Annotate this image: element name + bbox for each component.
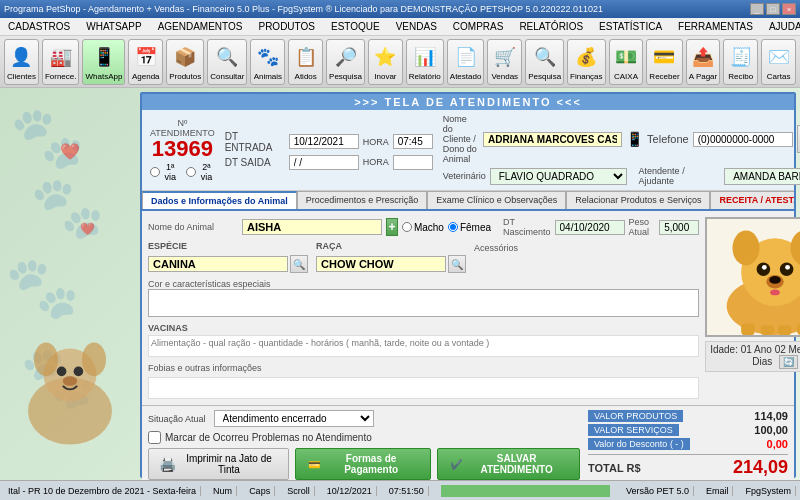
bottom-section: Situação Atual Atendimento encerrado Mar… [142,405,794,480]
valor-produtos-label: VALOR PRODUTOS [588,410,683,422]
total-label: TOTAL R$ [588,462,641,474]
breed-input[interactable] [316,256,446,272]
menu-produtos[interactable]: PRODUTOS [254,20,319,33]
svg-rect-20 [761,325,775,335]
menu-cadastros[interactable]: CADASTROS [4,20,74,33]
valor-desconto-label: Valor do Desconto ( - ) [588,438,690,450]
entrada-date-input[interactable] [289,134,359,149]
toolbar-relatorio[interactable]: 📊 Relatório [406,39,444,85]
inovar-icon: ⭐ [371,43,399,71]
agenda-icon: 📅 [132,43,160,71]
toolbar-clientes[interactable]: 👤 Clientes [4,39,39,85]
recibo-icon: 🧾 [727,43,755,71]
menu-agendamentos[interactable]: AGENDAMENTOS [154,20,247,33]
via-2-radio[interactable]: 2ª via [186,162,214,182]
problem-label: Marcar de Ocorreu Problemas no Atendimen… [165,432,372,443]
total-row: TOTAL R$ 214,09 [588,454,788,478]
vendas-icon: 🛒 [491,43,519,71]
menu-ajuda[interactable]: AJUDA [765,20,800,33]
print-jato-btn[interactable]: 🖨️ Imprimir na Jato de Tinta [148,448,289,480]
atidos-icon: 📋 [292,43,320,71]
tab-relacionar[interactable]: Relacionar Produtos e Serviços [566,191,710,209]
toolbar-agenda[interactable]: 📅 Agenda [128,39,163,85]
vaccines-label: VACINAS [148,323,699,333]
animal-add-btn[interactable]: + [386,218,398,236]
client-name-input[interactable] [483,132,622,147]
age-display: Idade: 01 Ano 02 Meses e 06 Dias 🔄 [705,341,800,372]
toolbar-fornece[interactable]: 🏭 Fornece. [42,39,80,85]
animal-form: Nome do Animal + Macho Fêmea DT Nascimen… [148,217,699,399]
menu-relatorios[interactable]: RELATÓRIOS [515,20,587,33]
via-1-radio[interactable]: 1ª via [150,162,178,182]
heart-decoration: ❤️ [60,142,80,161]
weight-input[interactable] [659,220,699,235]
dog-photo-section: Idade: 01 Ano 02 Meses e 06 Dias 🔄 [705,217,800,399]
menu-estoque[interactable]: ESTOQUE [327,20,384,33]
toolbar-consultar[interactable]: 🔍 Consultar [207,39,247,85]
macho-radio-label[interactable]: Macho [402,222,444,233]
char-label: Cor e características especiais [148,279,271,289]
saida-date-input[interactable] [289,155,359,170]
hora-saida-input[interactable] [393,155,433,170]
toolbar-pesquisa2[interactable]: 🔍 Pesquisa [525,39,564,85]
svg-rect-21 [778,325,792,335]
toolbar-produtos[interactable]: 📦 Produtos [166,39,204,85]
menu-whatsapp[interactable]: WHATSAPP [82,20,145,33]
hora-entrada-input[interactable] [393,134,433,149]
maximize-btn[interactable]: □ [766,3,780,15]
tab-dados[interactable]: Dados e Informações do Animal [142,191,297,209]
tab-exame[interactable]: Exame Clínico e Observações [427,191,566,209]
print-jato-icon: 🖨️ [159,456,176,472]
animal-name-input[interactable] [242,219,382,235]
toolbar-caixa[interactable]: 💵 CAIXA [609,39,644,85]
menu-compras[interactable]: COMPRAS [449,20,508,33]
toolbar-animais[interactable]: 🐾 Animais [250,39,285,85]
dog-photo [705,217,800,337]
species-search-btn[interactable]: 🔍 [290,255,308,273]
toolbar-whatsapp[interactable]: 📱 WhatsApp [82,39,125,85]
close-btn[interactable]: × [782,3,796,15]
femea-radio-label[interactable]: Fêmea [448,222,491,233]
toolbar-receber[interactable]: 💳 Receber [646,39,682,85]
dob-input[interactable] [555,220,625,235]
hora-saida-label: HORA [363,157,389,167]
entrada-label: DT ENTRADA [225,131,285,153]
statusbar-system: FpgSystem [741,486,796,496]
menu-vendas[interactable]: VENDAS [392,20,441,33]
minimize-btn[interactable]: _ [750,3,764,15]
toolbar-cartas[interactable]: ✉️ Cartas [761,39,796,85]
attendant-select[interactable]: AMANDA BARBARA CAPELINI [724,168,800,185]
char-textarea[interactable] [148,289,699,317]
tab-receita[interactable]: RECEITA / ATESTADO / OUTROS [710,191,794,209]
breed-search-btn[interactable]: 🔍 [448,255,466,273]
toolbar-recibo[interactable]: 🧾 Recibo [723,39,758,85]
payment-btn[interactable]: 💳 Formas de Pagamento [295,448,431,480]
problem-checkbox[interactable] [148,431,161,444]
problem-checkbox-row: Marcar de Ocorreu Problemas no Atendimen… [148,431,580,444]
vet-select[interactable]: FLAVIO QUADRADO [490,168,627,185]
inovar-label: Inovar [374,73,396,81]
menu-ferramentas[interactable]: FERRAMENTAS [674,20,757,33]
payment-icon: 💳 [308,459,320,470]
toolbar-atestado[interactable]: 📄 Atestado [447,39,485,85]
save-btn[interactable]: ✔️ SALVAR ATENDIMENTO [437,448,580,480]
refresh-age-btn[interactable]: 🔄 [779,355,798,369]
toolbar-atidos[interactable]: 📋 Atidos [288,39,323,85]
situation-select[interactable]: Atendimento encerrado [214,410,374,427]
toolbar-inovar[interactable]: ⭐ Inovar [368,39,403,85]
tab-procedimentos[interactable]: Procedimentos e Prescrição [297,191,428,209]
cartas-icon: ✉️ [765,43,793,71]
print-jato-label: Imprimir na Jato de Tinta [180,453,278,475]
menu-estatistica[interactable]: ESTATÍSTICA [595,20,666,33]
toolbar-pesquisa[interactable]: 🔎 Pesquisa [326,39,365,85]
pesquisa-label: Pesquisa [329,73,362,81]
telefone-input[interactable] [693,132,793,147]
cartas-label: Cartas [767,73,791,81]
toolbar-apagar[interactable]: 📤 A Pagar [686,39,721,85]
toolbar-financas[interactable]: 💰 Finanças [567,39,605,85]
consultar-label: Consultar [210,73,244,81]
toolbar-vendas[interactable]: 🛒 Vendas [487,39,522,85]
tela-header: >>> TELA DE ATENDIMENTO <<< [142,94,794,110]
tabs-bar: Dados e Informações do Animal Procedimen… [142,191,794,211]
species-input[interactable] [148,256,288,272]
